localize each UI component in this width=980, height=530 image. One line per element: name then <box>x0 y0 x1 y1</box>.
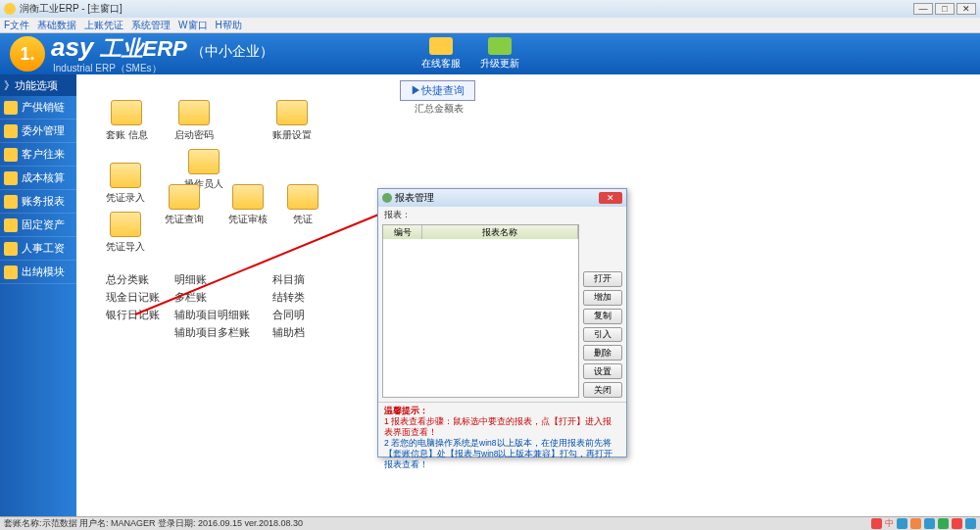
update-button[interactable]: 升级更新 <box>480 37 519 71</box>
link-subject[interactable]: 科目摘 <box>272 270 305 288</box>
link-carryover[interactable]: 结转类 <box>272 288 305 306</box>
hr-icon <box>4 242 18 256</box>
menu-item[interactable]: 系统管理 <box>131 19 171 32</box>
cashier-icon <box>4 265 18 279</box>
dialog-tips: 温馨提示： 1 报表查看步骤：鼠标选中要查的报表，点【打开】进入报表界面查看！ … <box>378 402 626 470</box>
link-detail-ledger[interactable]: 明细账 <box>174 270 250 288</box>
sidebar: 》功能选项 产供销链 委外管理 客户往来 成本核算 账务报表 固定资产 人事工资… <box>0 74 76 516</box>
online-support-button[interactable]: 在线客服 <box>421 37 461 71</box>
app-icon <box>4 3 16 15</box>
banner-title-en: Industrial ERP（SMEs） <box>53 62 273 75</box>
window-titlebar: 润衡工业ERP - [主窗口] — □ ✕ <box>0 0 980 18</box>
flow-password[interactable]: 启动密码 <box>174 100 214 142</box>
link-cash-journal[interactable]: 现金日记账 <box>106 288 160 306</box>
dialog-title: 报表管理 <box>395 191 434 205</box>
import-icon <box>110 212 141 237</box>
supply-icon <box>4 101 18 115</box>
menu-item[interactable]: 基础数据 <box>37 19 76 32</box>
tip-line: 1 报表查看步骤：鼠标选中要查的报表，点【打开】进入报表界面查看！ <box>384 416 620 438</box>
close-button[interactable]: ✕ <box>956 3 976 15</box>
link-aux-detail[interactable]: 辅助项目明细账 <box>174 306 250 323</box>
user-icon <box>188 149 220 174</box>
tray-icon[interactable] <box>910 518 921 529</box>
banner-subtitle: （中小企业） <box>191 43 273 59</box>
system-tray: 中 <box>871 516 976 530</box>
logo-icon: 1. <box>10 36 45 72</box>
tray-icon[interactable] <box>924 518 935 529</box>
delete-button[interactable]: 删除 <box>583 345 622 361</box>
dialog-close-button[interactable]: ✕ <box>599 192 622 204</box>
dialog-label: 报表： <box>384 209 411 221</box>
copy-button[interactable]: 复制 <box>583 309 622 324</box>
sidebar-item-assets[interactable]: 固定资产 <box>0 214 76 237</box>
link-aux-multi[interactable]: 辅助项目多栏账 <box>174 323 250 341</box>
workarea: ▶快捷查询 汇总金额表 套账 信息 启动密码 账册设置 凭证录入 操作员人 凭证… <box>76 74 980 516</box>
tips-header: 温馨提示： <box>384 406 620 416</box>
flow-voucher-import[interactable]: 凭证导入 <box>106 212 145 254</box>
flow-voucher-entry[interactable]: 凭证录入 <box>106 163 145 205</box>
dialog-icon <box>382 193 392 203</box>
add-button[interactable]: 增加 <box>583 290 622 306</box>
links-col1: 总分类账 现金日记账 银行日记账 <box>106 270 160 323</box>
menubar: F文件 基础数据 上账凭证 系统管理 W窗口 H帮助 <box>0 18 980 33</box>
flow-voucher-audit[interactable]: 凭证审核 <box>228 184 268 226</box>
banner-title-cn: 工业ERP <box>100 36 187 61</box>
tray-icon[interactable] <box>871 518 882 529</box>
minimize-button[interactable]: — <box>913 3 933 15</box>
report-list-header: 编号 报表名称 <box>383 225 578 239</box>
close-dialog-button[interactable]: 关闭 <box>583 382 622 398</box>
import-button[interactable]: 引入 <box>583 327 622 343</box>
links-col3: 科目摘 结转类 合同明 辅助档 <box>272 270 305 341</box>
sidebar-header: 》功能选项 <box>0 74 76 96</box>
tip-line: 2 若您的电脑操作系统是win8以上版本，在使用报表前先将【套账信息】处【报表与… <box>384 438 620 470</box>
link-contract[interactable]: 合同明 <box>272 306 305 323</box>
assets-icon <box>4 218 18 232</box>
settings-button[interactable]: 设置 <box>583 363 622 379</box>
banner: 1. asy 工业ERP（中小企业） Industrial ERP（SMEs） … <box>0 33 980 74</box>
statusbar: 套账名称:示范数据 用户名: MANAGER 登录日期: 2016.09.15 … <box>0 516 980 530</box>
sidebar-item-customer[interactable]: 客户往来 <box>0 143 76 167</box>
flow-ledger-setup[interactable]: 账册设置 <box>272 100 312 142</box>
ime-label[interactable]: 中 <box>885 517 894 530</box>
tray-icon[interactable] <box>952 518 962 529</box>
flow-account-info[interactable]: 套账 信息 <box>106 100 148 142</box>
edit-icon <box>110 163 141 188</box>
menu-item[interactable]: H帮助 <box>216 19 242 32</box>
check-icon <box>232 184 264 210</box>
menu-item[interactable]: W窗口 <box>178 19 207 32</box>
sidebar-item-hr[interactable]: 人事工资 <box>0 237 76 261</box>
tray-icon[interactable] <box>897 518 907 529</box>
cost-icon <box>4 171 18 185</box>
flow-voucher[interactable]: 凭证 <box>287 184 318 226</box>
sidebar-item-cost[interactable]: 成本核算 <box>0 167 76 190</box>
links-col2: 明细账 多栏账 辅助项目明细账 辅助项目多栏账 <box>174 270 250 341</box>
tray-icon[interactable] <box>965 518 976 529</box>
status-text: 套账名称:示范数据 用户名: MANAGER 登录日期: 2016.09.15 … <box>4 517 303 530</box>
sidebar-item-supply[interactable]: 产供销链 <box>0 96 76 120</box>
tray-icon[interactable] <box>938 518 949 529</box>
open-button[interactable]: 打开 <box>583 271 622 287</box>
support-icon <box>429 37 453 55</box>
update-icon <box>488 37 512 55</box>
quick-sub[interactable]: 汇总金额表 <box>415 102 464 116</box>
flow-voucher-query[interactable]: 凭证查询 <box>165 184 204 226</box>
link-bank-journal[interactable]: 银行日记账 <box>106 306 160 323</box>
link-aux-archive[interactable]: 辅助档 <box>272 323 305 341</box>
sidebar-item-report[interactable]: 账务报表 <box>0 190 76 214</box>
menu-item[interactable]: 上账凭证 <box>84 19 123 32</box>
book-icon <box>276 100 308 125</box>
report-list[interactable]: 编号 报表名称 <box>382 224 579 398</box>
sidebar-item-cashier[interactable]: 出纳模块 <box>0 261 76 284</box>
report-manage-dialog: 报表管理 ✕ 报表： 编号 报表名称 打开 增加 复制 引入 删除 设置 <box>377 188 627 458</box>
report-icon <box>4 195 18 209</box>
quick-search[interactable]: ▶快捷查询 <box>400 80 475 101</box>
sidebar-item-outsource[interactable]: 委外管理 <box>0 120 76 143</box>
outsource-icon <box>4 124 18 138</box>
link-general-ledger[interactable]: 总分类账 <box>106 270 160 288</box>
maximize-button[interactable]: □ <box>935 3 955 15</box>
dialog-titlebar[interactable]: 报表管理 ✕ <box>378 189 626 207</box>
col-id: 编号 <box>383 225 422 239</box>
logo-text: asy <box>51 32 93 62</box>
link-multi-col[interactable]: 多栏账 <box>174 288 250 306</box>
menu-item[interactable]: F文件 <box>4 19 29 32</box>
